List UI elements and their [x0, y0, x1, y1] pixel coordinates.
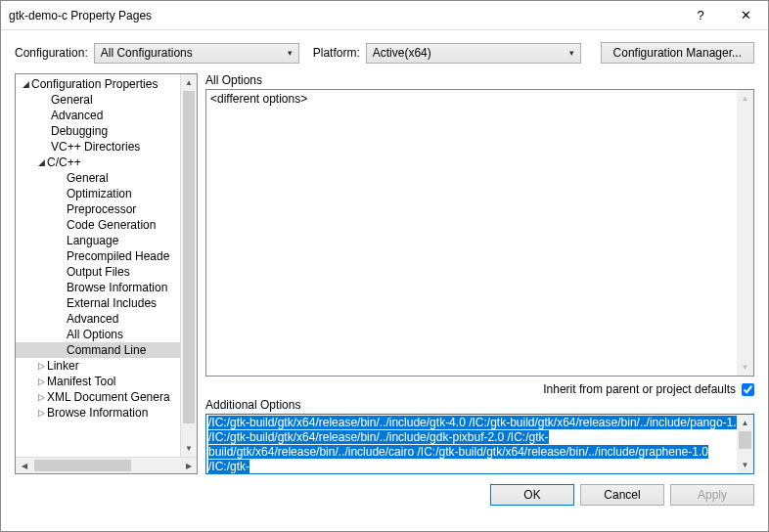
scroll-left-icon[interactable]: ◀ [16, 458, 32, 473]
tree-item[interactable]: ◢Configuration Properties [16, 76, 197, 92]
tree-item-label: Debugging [51, 124, 108, 138]
tree-item[interactable]: Preprocessor [16, 201, 197, 217]
configuration-label: Configuration: [15, 46, 88, 60]
tree-item-label: C/C++ [47, 155, 81, 169]
tree-item-label: Command Line [67, 343, 146, 357]
tree-item-label: VC++ Directories [51, 140, 140, 154]
tree-item[interactable]: ◢C/C++ [16, 155, 197, 170]
all-options-label: All Options [205, 73, 754, 87]
tree-expand-icon[interactable]: ◢ [35, 157, 47, 167]
scroll-up-icon[interactable]: ▲ [737, 415, 753, 431]
tree-item[interactable]: Command Line [16, 342, 197, 358]
tree-item[interactable]: VC++ Directories [16, 139, 197, 155]
tree-item-label: Browse Information [67, 281, 167, 294]
config-toolbar: Configuration: All Configurations ▾ Plat… [1, 30, 768, 73]
tree-item[interactable]: Code Generation [16, 217, 197, 233]
all-options-scrollbar: ▲ ▼ [737, 90, 753, 376]
tree-item[interactable]: ▷Linker [16, 358, 197, 374]
tree-expand-icon[interactable]: ◢ [20, 79, 31, 89]
platform-label: Platform: [313, 46, 360, 60]
titlebar: gtk-demo-c Property Pages ? ✕ [1, 1, 768, 30]
cancel-button[interactable]: Cancel [580, 484, 664, 506]
tree-expand-icon[interactable]: ▷ [35, 408, 47, 418]
tree-item[interactable]: External Includes [16, 295, 197, 311]
tree-item-label: General [51, 93, 93, 107]
tree-item-label: Configuration Properties [31, 77, 158, 91]
help-button[interactable]: ? [678, 1, 723, 30]
tree-item[interactable]: Precompiled Heade [16, 248, 197, 264]
tree-item[interactable]: Browse Information [16, 280, 197, 295]
close-button[interactable]: ✕ [723, 1, 768, 30]
tree-item-label: Output Files [67, 265, 130, 279]
right-pane: All Options <different options> ▲ ▼ Inhe… [205, 73, 754, 474]
scroll-down-icon: ▼ [737, 359, 753, 376]
tree-item-label: Code Generation [67, 218, 156, 232]
help-icon: ? [697, 8, 703, 22]
tree-item-label: Language [67, 234, 118, 247]
tree-item-label: External Includes [67, 296, 157, 310]
scroll-down-icon[interactable]: ▼ [181, 440, 197, 457]
tree-item[interactable]: General [16, 92, 197, 108]
tree-item-label: Manifest Tool [47, 375, 115, 388]
chevron-down-icon: ▾ [569, 48, 574, 58]
window-title: gtk-demo-c Property Pages [9, 9, 678, 22]
tree-item-label: Linker [47, 359, 79, 373]
content-area: ◢Configuration PropertiesGeneralAdvanced… [1, 73, 768, 474]
tree-expand-icon[interactable]: ▷ [35, 361, 47, 371]
dialog-footer: OK Cancel Apply [1, 474, 768, 515]
tree-item[interactable]: Advanced [16, 311, 197, 327]
tree-expand-icon[interactable]: ▷ [35, 377, 47, 386]
scroll-down-icon[interactable]: ▼ [737, 457, 753, 473]
apply-button[interactable]: Apply [670, 484, 754, 506]
tree-item-label: Precompiled Heade [67, 249, 169, 263]
close-icon: ✕ [741, 8, 751, 22]
chevron-down-icon: ▾ [288, 48, 293, 58]
additional-options-value: /IC:/gtk-build/gtk/x64/release/bin/../in… [206, 415, 753, 475]
tree-item-label: XML Document Genera [47, 390, 170, 404]
scroll-up-icon[interactable]: ▲ [181, 74, 197, 91]
scrollbar-thumb[interactable] [183, 91, 195, 423]
property-tree: ◢Configuration PropertiesGeneralAdvanced… [15, 73, 198, 474]
tree-item-label: All Options [67, 328, 123, 341]
ok-button[interactable]: OK [490, 484, 574, 506]
all-options-textarea[interactable]: <different options> ▲ ▼ [205, 89, 754, 377]
scrollbar-track[interactable] [32, 458, 180, 473]
tree-expand-icon[interactable]: ▷ [35, 392, 47, 402]
tree-item[interactable]: Advanced [16, 108, 197, 123]
configuration-dropdown[interactable]: All Configurations ▾ [94, 43, 299, 64]
titlebar-buttons: ? ✕ [678, 1, 768, 30]
inherit-checkbox[interactable] [742, 383, 754, 396]
tree-item-label: Advanced [51, 109, 103, 122]
all-options-value: <different options> [206, 90, 753, 108]
configuration-manager-button[interactable]: Configuration Manager... [601, 42, 754, 64]
additional-options-label: Additional Options [205, 398, 754, 412]
tree-item[interactable]: Output Files [16, 264, 197, 280]
tree-item-label: Browse Information [47, 406, 148, 420]
platform-value: Active(x64) [373, 46, 431, 60]
tree-viewport[interactable]: ◢Configuration PropertiesGeneralAdvanced… [16, 74, 197, 457]
platform-dropdown[interactable]: Active(x64) ▾ [366, 43, 581, 64]
tree-vertical-scrollbar[interactable]: ▲ ▼ [180, 74, 197, 457]
tree-horizontal-scrollbar[interactable]: ◀ ▶ [16, 457, 197, 473]
additional-options-scrollbar[interactable]: ▲ ▼ [737, 415, 753, 473]
scroll-up-icon: ▲ [737, 90, 753, 107]
tree-item[interactable]: All Options [16, 327, 197, 342]
inherit-row: Inherit from parent or project defaults [205, 382, 754, 396]
tree-item[interactable]: Language [16, 233, 197, 248]
tree-item-label: Optimization [67, 187, 132, 200]
tree-item[interactable]: Debugging [16, 123, 197, 139]
scroll-right-icon[interactable]: ▶ [180, 458, 197, 473]
additional-options-textarea[interactable]: /IC:/gtk-build/gtk/x64/release/bin/../in… [205, 414, 754, 474]
tree-item-label: Preprocessor [67, 202, 136, 216]
tree-item[interactable]: Optimization [16, 186, 197, 201]
tree-item-label: Advanced [67, 312, 118, 326]
tree-item[interactable]: ▷Browse Information [16, 405, 197, 421]
inherit-label: Inherit from parent or project defaults [543, 382, 736, 396]
tree-item[interactable]: ▷XML Document Genera [16, 389, 197, 405]
tree-item-label: General [67, 171, 109, 185]
scrollbar-thumb[interactable] [739, 431, 751, 449]
tree-item[interactable]: ▷Manifest Tool [16, 374, 197, 389]
scrollbar-thumb[interactable] [34, 460, 131, 471]
tree-item[interactable]: General [16, 170, 197, 186]
configuration-value: All Configurations [101, 46, 193, 60]
